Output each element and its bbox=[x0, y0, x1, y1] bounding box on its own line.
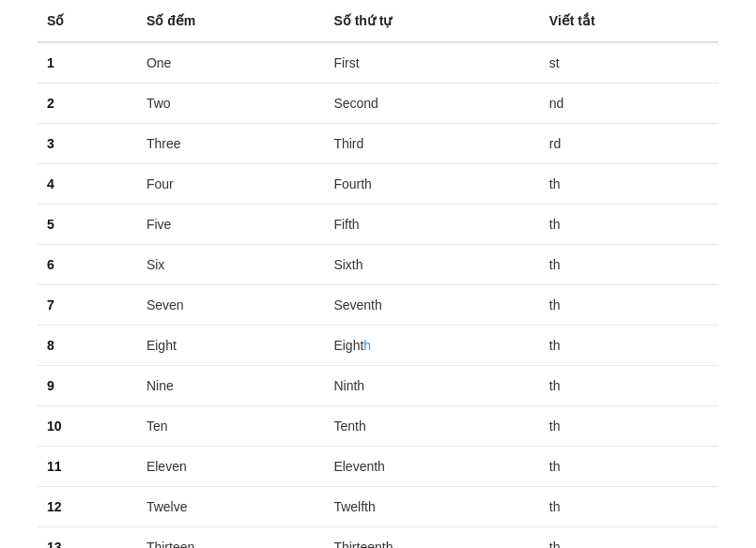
cell-viet-tat: th bbox=[540, 406, 718, 447]
cell-so: 10 bbox=[38, 406, 137, 447]
cell-so-thu-tu: Twelfth bbox=[324, 487, 539, 527]
cell-so-dem: Twelve bbox=[137, 487, 325, 527]
cell-so-dem: Two bbox=[137, 84, 325, 124]
cell-so-dem: Six bbox=[137, 245, 325, 285]
cell-viet-tat: rd bbox=[540, 124, 718, 164]
cell-so-thu-tu: Fifth bbox=[324, 205, 539, 245]
table-row: 2TwoSecondnd bbox=[38, 84, 718, 124]
table-row: 9NineNinthth bbox=[38, 366, 718, 406]
cell-so-thu-tu: First bbox=[324, 42, 539, 84]
cell-so-thu-tu: Eleventh bbox=[324, 447, 539, 487]
table-row: 11ElevenEleventhth bbox=[38, 447, 718, 487]
cell-so-dem: Thirteen bbox=[137, 527, 325, 549]
cell-so: 6 bbox=[38, 245, 137, 285]
cell-so: 1 bbox=[38, 42, 137, 84]
table-row: 4FourFourthth bbox=[38, 164, 718, 205]
cell-so-thu-tu: Sixth bbox=[324, 245, 539, 285]
cell-so-thu-tu: Ninth bbox=[324, 366, 539, 406]
cell-so-dem: Nine bbox=[137, 366, 325, 406]
cell-viet-tat: st bbox=[540, 42, 718, 84]
cell-so-thu-tu: Tenth bbox=[324, 406, 539, 447]
cell-so-dem: Seven bbox=[137, 285, 325, 326]
cell-so: 12 bbox=[38, 487, 137, 527]
table-row: 1OneFirstst bbox=[38, 42, 718, 84]
cell-viet-tat: th bbox=[540, 487, 718, 527]
cell-viet-tat: nd bbox=[540, 84, 718, 124]
cell-so-dem: Eight bbox=[137, 326, 325, 366]
cell-viet-tat: th bbox=[540, 527, 718, 549]
cell-so: 7 bbox=[38, 285, 137, 326]
cell-so-thu-tu: Thirteenth bbox=[324, 527, 539, 549]
cell-so-dem: Three bbox=[137, 124, 325, 164]
numbers-table: Số Số đếm Số thứ tự Viết tắt 1OneFirstst… bbox=[38, 0, 718, 548]
cell-so: 11 bbox=[38, 447, 137, 487]
cell-so: 2 bbox=[38, 84, 137, 124]
cell-so: 5 bbox=[38, 205, 137, 245]
cell-so: 9 bbox=[38, 366, 137, 406]
table-header-row: Số Số đếm Số thứ tự Viết tắt bbox=[38, 0, 718, 42]
table-row: 5FiveFifthth bbox=[38, 205, 718, 245]
cell-so: 8 bbox=[38, 326, 137, 366]
cell-so: 3 bbox=[38, 124, 137, 164]
cell-viet-tat: th bbox=[540, 366, 718, 406]
cell-so-thu-tu: Second bbox=[324, 84, 539, 124]
table-row: 8EightEighthth bbox=[38, 326, 718, 366]
cell-so-thu-tu: Seventh bbox=[324, 285, 539, 326]
table-row: 10TenTenthth bbox=[38, 406, 718, 447]
cell-viet-tat: th bbox=[540, 164, 718, 205]
cell-so-dem: Eleven bbox=[137, 447, 325, 487]
header-so: Số bbox=[38, 0, 137, 42]
cell-so-dem: Five bbox=[137, 205, 325, 245]
cell-so-dem: One bbox=[137, 42, 325, 84]
cell-so: 4 bbox=[38, 164, 137, 205]
cell-so-thu-tu: Fourth bbox=[324, 164, 539, 205]
cell-viet-tat: th bbox=[540, 285, 718, 326]
highlight-char: h bbox=[363, 338, 371, 353]
cell-viet-tat: th bbox=[540, 205, 718, 245]
header-viet-tat: Viết tắt bbox=[540, 0, 718, 42]
table-row: 13ThirteenThirteenthth bbox=[38, 527, 718, 549]
cell-viet-tat: th bbox=[540, 447, 718, 487]
header-so-thu-tu: Số thứ tự bbox=[324, 0, 539, 42]
cell-viet-tat: th bbox=[540, 326, 718, 366]
table-row: 12TwelveTwelfthth bbox=[38, 487, 718, 527]
cell-so-thu-tu: Third bbox=[324, 124, 539, 164]
table-row: 7SevenSeventhth bbox=[38, 285, 718, 326]
cell-so-dem: Ten bbox=[137, 406, 325, 447]
cell-viet-tat: th bbox=[540, 245, 718, 285]
table-container: Số Số đếm Số thứ tự Viết tắt 1OneFirstst… bbox=[0, 0, 756, 548]
table-row: 3ThreeThirdrd bbox=[38, 124, 718, 164]
table-row: 6SixSixthth bbox=[38, 245, 718, 285]
header-so-dem: Số đếm bbox=[137, 0, 325, 42]
cell-so: 13 bbox=[38, 527, 137, 549]
cell-so-dem: Four bbox=[137, 164, 325, 205]
cell-so-thu-tu: Eighth bbox=[324, 326, 539, 366]
